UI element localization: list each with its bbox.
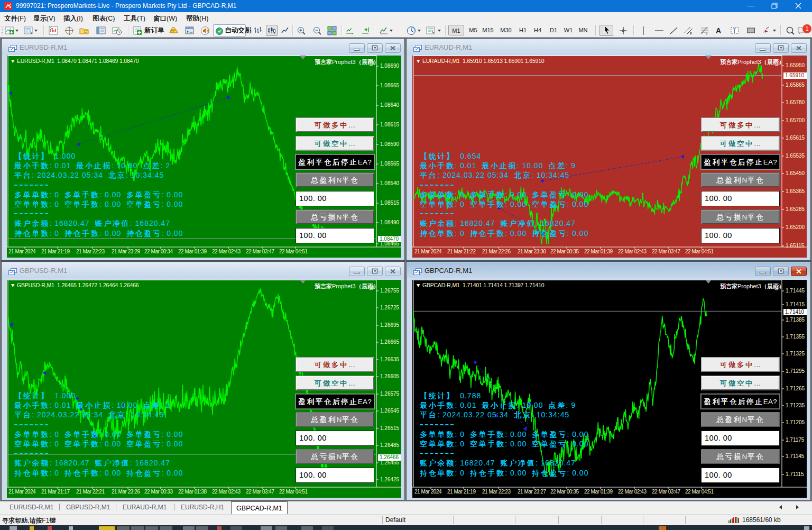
svg-text:T: T — [733, 28, 736, 34]
svg-text:F: F — [706, 32, 708, 35]
svg-text:E: E — [690, 32, 692, 35]
